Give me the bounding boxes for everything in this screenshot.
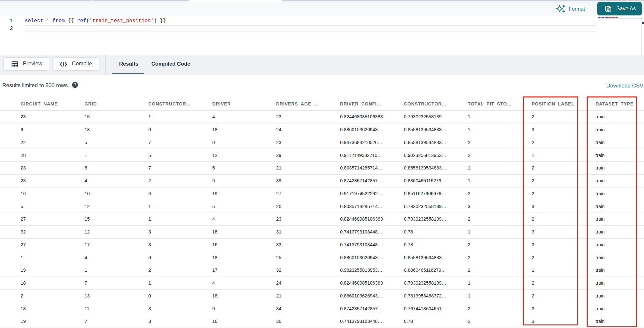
- svg-text:?: ?: [74, 82, 77, 87]
